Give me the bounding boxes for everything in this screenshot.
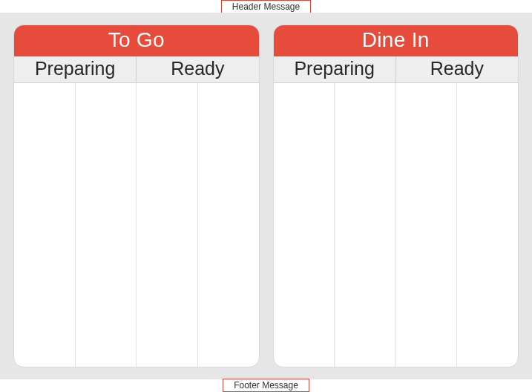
togo-preparing-header: Preparing	[14, 56, 137, 82]
panel-dinein: Dine In Preparing Ready	[273, 24, 519, 368]
panel-togo: To Go Preparing Ready	[13, 24, 260, 368]
header-message-box: Header Message	[221, 0, 311, 13]
togo-ready-header: Ready	[137, 56, 258, 82]
dinein-ready-col-1	[396, 83, 458, 367]
dinein-preparing-col-1	[274, 83, 335, 367]
togo-preparing-col-2	[76, 83, 137, 367]
panel-dinein-title: Dine In	[274, 25, 519, 56]
panel-dinein-body	[274, 83, 519, 367]
footer-message-box: Footer Message	[223, 379, 309, 392]
header-message-text: Header Message	[232, 1, 300, 12]
togo-ready-col-2	[198, 83, 259, 367]
dinein-ready-col-2	[457, 83, 518, 367]
footer-message-text: Footer Message	[234, 380, 298, 391]
panel-togo-subheaders: Preparing Ready	[14, 56, 259, 83]
panel-dinein-subheaders: Preparing Ready	[274, 56, 519, 83]
togo-ready-col-1	[137, 83, 198, 367]
footer-bar: Footer Message	[0, 379, 532, 392]
dinein-ready-header: Ready	[396, 56, 518, 82]
dinein-preparing-col-2	[335, 83, 396, 367]
togo-preparing-col-1	[14, 83, 76, 367]
panel-togo-title: To Go	[14, 25, 259, 56]
main-area: To Go Preparing Ready Dine In Preparing …	[0, 13, 532, 379]
dinein-preparing-header: Preparing	[274, 56, 396, 82]
header-bar: Header Message	[0, 0, 532, 13]
panel-togo-body	[14, 83, 259, 367]
